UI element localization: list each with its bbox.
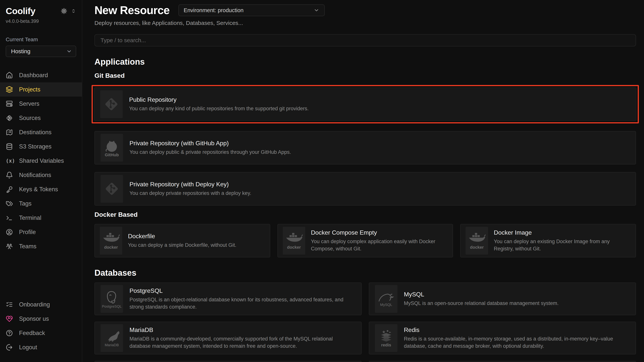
cutoff-card[interactable] [369, 361, 636, 362]
applications-heading: Applications [94, 57, 636, 67]
next-row-cutoff [94, 361, 636, 362]
card-description: MariaDB is a community-developed, commer… [130, 335, 351, 350]
redis-logo-icon: redis [375, 324, 398, 352]
current-team-label: Current Team [6, 36, 76, 43]
redis-card[interactable]: redis Redis Redis is a source-available,… [369, 322, 636, 355]
git-icon [100, 90, 123, 118]
sidebar-item-label: Notifications [19, 172, 51, 179]
home-icon [6, 72, 13, 79]
github-wordmark: GitHub [105, 153, 119, 157]
cutoff-card[interactable] [94, 361, 362, 362]
checklist-icon [6, 301, 13, 308]
private-repository-github-app-card[interactable]: GitHub Private Repository (with GitHub A… [94, 131, 636, 165]
sidebar-item-label: Keys & Tokens [19, 186, 58, 193]
sidebar-item-projects[interactable]: Projects [0, 82, 82, 97]
search-input[interactable] [94, 34, 636, 46]
main-content: New Resource Environment: production Dep… [82, 0, 644, 362]
mariadb-wordmark: MariaDB [105, 343, 119, 347]
sidebar-nav: Dashboard Projects Servers [0, 68, 82, 253]
sidebar-item-feedback[interactable]: Feedback [0, 326, 82, 340]
sidebar-item-dashboard[interactable]: Dashboard [0, 68, 82, 82]
app-version: v4.0.0-beta.399 [6, 18, 76, 24]
card-title: Dockerfile [128, 233, 260, 240]
logout-icon [6, 344, 13, 351]
card-description: You can deploy private repositories with… [130, 190, 625, 197]
mariadb-card[interactable]: MariaDB MariaDB MariaDB is a community-d… [94, 322, 362, 355]
theme-select-button[interactable] [71, 8, 76, 14]
card-title: MySQL [404, 291, 625, 298]
postgresql-card[interactable]: PostgreSQL PostgreSQL PostgreSQL is an o… [94, 283, 362, 315]
sidebar-item-label: Sources [19, 115, 41, 122]
team-select[interactable]: Hosting [6, 46, 76, 57]
user-circle-icon [6, 228, 13, 236]
card-description: MySQL is an open-source relational datab… [404, 300, 625, 307]
docker-image-card[interactable]: docker Docker Image You can deploy an ex… [460, 224, 636, 257]
tags-icon [6, 200, 13, 207]
private-repository-deploy-key-card[interactable]: Private Repository (with Deploy Key) You… [94, 172, 636, 205]
databases-heading: Databases [94, 268, 636, 278]
sidebar-item-label: Profile [19, 229, 36, 236]
sidebar-item-label: Servers [19, 100, 40, 107]
highlight-annotation: Public Repository You can deploy any kin… [92, 85, 639, 123]
sidebar-footer-nav: Onboarding Sponsor us Feedback [0, 297, 82, 355]
sidebar-item-label: Onboarding [19, 301, 50, 308]
sidebar-item-shared-variables[interactable]: (x) Shared Variables [0, 154, 82, 168]
environment-select-value: Environment: production [184, 7, 244, 13]
card-description: You can deploy an existing Docker Image … [494, 238, 626, 252]
app-logo: Coolify [6, 6, 36, 16]
sidebar-item-onboarding[interactable]: Onboarding [0, 297, 82, 312]
sidebar: Coolify [0, 0, 82, 362]
docker-logo-icon: docker [466, 227, 488, 255]
database-icon [6, 143, 13, 150]
docker-based-heading: Docker Based [94, 211, 636, 218]
map-icon [6, 129, 13, 136]
postgresql-wordmark: PostgreSQL [102, 305, 122, 308]
dockerfile-card[interactable]: docker Dockerfile You can deploy a simpl… [94, 224, 270, 257]
server-icon [6, 100, 13, 107]
card-description: You can deploy complex application easil… [311, 238, 443, 252]
postgresql-logo-icon: PostgreSQL [100, 285, 123, 313]
sidebar-item-label: Tags [19, 200, 32, 207]
git-icon [100, 175, 123, 203]
variables-icon: (x) [6, 158, 13, 164]
page-subtitle: Deploy resources, like Applications, Dat… [94, 20, 636, 26]
docker-logo-icon: docker [283, 227, 305, 255]
sidebar-item-servers[interactable]: Servers [0, 97, 82, 111]
mysql-card[interactable]: MySQL MySQL MySQL is an open-source rela… [369, 283, 636, 315]
sidebar-item-sponsor-us[interactable]: Sponsor us [0, 312, 82, 326]
bell-icon [6, 172, 13, 179]
environment-select[interactable]: Environment: production [178, 4, 325, 16]
card-title: Redis [404, 327, 625, 334]
card-title: Docker Compose Empty [311, 229, 443, 236]
card-description: You can deploy any kind of public reposi… [129, 105, 626, 112]
card-title: Docker Image [494, 229, 626, 236]
sidebar-item-terminal[interactable]: Terminal [0, 211, 82, 225]
team-select-value: Hosting [11, 48, 30, 55]
users-icon [6, 243, 13, 250]
sidebar-item-profile[interactable]: Profile [0, 225, 82, 239]
sidebar-item-s3-storages[interactable]: S3 Storages [0, 139, 82, 154]
card-title: MariaDB [130, 327, 351, 334]
sidebar-item-label: Logout [19, 344, 37, 351]
sidebar-item-tags[interactable]: Tags [0, 196, 82, 211]
sidebar-item-label: Projects [19, 86, 40, 93]
card-title: PostgreSQL [130, 287, 351, 294]
sidebar-item-teams[interactable]: Teams [0, 239, 82, 253]
sidebar-item-sources[interactable]: Sources [0, 111, 82, 125]
sidebar-item-label: S3 Storages [19, 143, 52, 150]
mariadb-logo-icon: MariaDB [100, 324, 123, 352]
heart-hands-icon [6, 315, 13, 323]
sidebar-item-label: Feedback [19, 330, 45, 337]
chevron-down-icon [314, 7, 319, 13]
docker-logo-icon: docker [100, 227, 122, 255]
public-repository-card[interactable]: Public Repository You can deploy any kin… [94, 87, 636, 121]
docker-compose-empty-card[interactable]: docker Docker Compose Empty You can depl… [278, 224, 453, 257]
theme-toggle-button[interactable] [60, 7, 68, 14]
sidebar-item-notifications[interactable]: Notifications [0, 168, 82, 182]
sidebar-item-label: Terminal [19, 214, 41, 221]
sidebar-item-destinations[interactable]: Destinations [0, 125, 82, 139]
sidebar-item-keys-tokens[interactable]: Keys & Tokens [0, 182, 82, 196]
sidebar-item-logout[interactable]: Logout [0, 340, 82, 355]
layers-icon [6, 86, 13, 93]
page-title: New Resource [94, 4, 170, 17]
